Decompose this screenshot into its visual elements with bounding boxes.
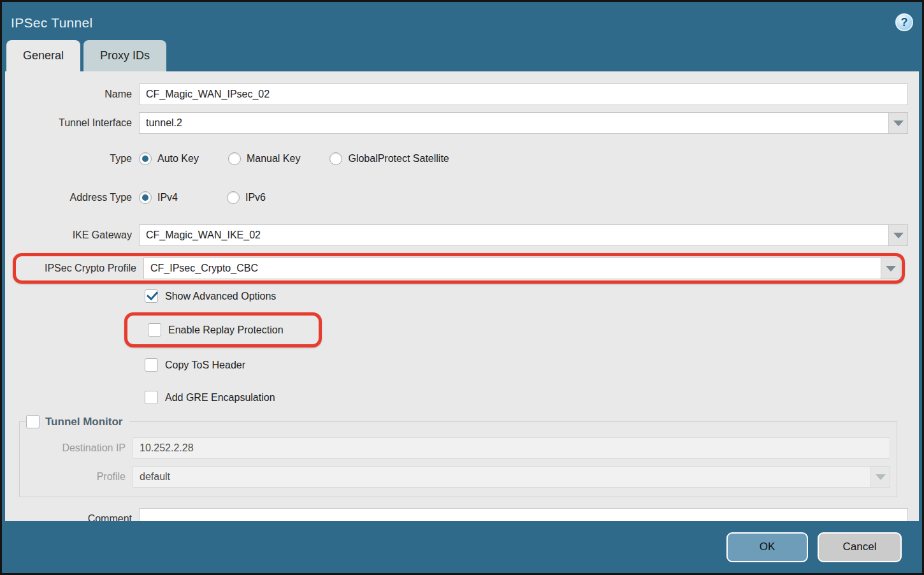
type-label: Type xyxy=(5,153,139,164)
red-highlight-annotation-crypto: IPSec Crypto Profile xyxy=(13,253,905,284)
tab-bar: General Proxy IDs xyxy=(2,40,922,71)
tunnel-interface-label: Tunnel Interface xyxy=(5,117,139,129)
copy-tos-header-checkbox-row[interactable]: Copy ToS Header xyxy=(145,356,908,374)
profile-input xyxy=(133,466,870,488)
radio-globalprotect-satellite[interactable]: GlobalProtect Satellite xyxy=(329,152,449,165)
tunnel-interface-input[interactable] xyxy=(139,112,888,134)
general-tab-panel: Name Tunnel Interface Type Auto Key xyxy=(5,71,919,521)
checkbox-icon[interactable] xyxy=(148,323,161,337)
ipsec-crypto-profile-input[interactable] xyxy=(143,258,881,279)
ipsec-crypto-profile-row: IPSec Crypto Profile xyxy=(17,258,900,279)
type-row: Type Auto Key Manual Key GlobalProtect S… xyxy=(5,145,908,173)
address-type-label: Address Type xyxy=(5,192,139,203)
tab-general[interactable]: General xyxy=(6,40,80,71)
radio-selected-icon xyxy=(139,152,152,165)
comment-label: Comment xyxy=(5,513,139,521)
chevron-down-icon xyxy=(893,233,904,238)
ipsec-tunnel-dialog: IPSec Tunnel ? General Proxy IDs Name Tu… xyxy=(0,0,924,575)
ok-button[interactable]: OK xyxy=(726,532,808,562)
add-gre-encapsulation-checkbox-row[interactable]: Add GRE Encapsulation xyxy=(145,389,908,406)
ike-gateway-input[interactable] xyxy=(139,224,888,246)
checkbox-checked-icon[interactable] xyxy=(145,289,158,303)
show-advanced-options-checkbox-row[interactable]: Show Advanced Options xyxy=(145,288,908,305)
radio-ipv4[interactable]: IPv4 xyxy=(139,191,198,204)
enable-replay-protection-checkbox-row[interactable]: Enable Replay Protection xyxy=(148,321,319,338)
dialog-title: IPSec Tunnel xyxy=(11,11,93,31)
tunnel-monitor-checkbox-icon[interactable] xyxy=(26,415,40,428)
radio-selected-icon xyxy=(139,191,152,204)
radio-manual-key[interactable]: Manual Key xyxy=(228,152,301,165)
checkbox-icon[interactable] xyxy=(145,358,158,372)
name-label: Name xyxy=(5,89,139,100)
comment-row: Comment xyxy=(5,508,908,521)
radio-icon xyxy=(329,152,342,165)
destination-ip-input xyxy=(133,437,890,459)
address-type-row: Address Type IPv4 IPv6 xyxy=(5,184,908,212)
ipsec-crypto-profile-label: IPSec Crypto Profile xyxy=(17,263,143,274)
tunnel-monitor-group: Tunnel Monitor Destination IP Profile xyxy=(19,415,897,497)
red-highlight-annotation-replay: Enable Replay Protection xyxy=(124,312,322,347)
name-input[interactable] xyxy=(139,84,908,105)
tunnel-monitor-label: Tunnel Monitor xyxy=(45,416,123,428)
ipsec-crypto-profile-dropdown-button[interactable] xyxy=(881,258,900,279)
radio-ipv6[interactable]: IPv6 xyxy=(227,191,266,204)
ike-gateway-dropdown-button[interactable] xyxy=(888,224,908,246)
tab-proxy-ids[interactable]: Proxy IDs xyxy=(83,40,166,71)
radio-icon xyxy=(227,191,240,204)
radio-icon xyxy=(228,152,241,165)
ike-gateway-label: IKE Gateway xyxy=(5,229,139,241)
chevron-down-icon xyxy=(893,120,904,126)
profile-row: Profile xyxy=(20,466,890,488)
profile-label: Profile xyxy=(20,471,133,483)
destination-ip-label: Destination IP xyxy=(20,442,133,454)
profile-dropdown-button xyxy=(870,466,890,488)
name-row: Name xyxy=(5,84,908,105)
destination-ip-row: Destination IP xyxy=(20,437,890,459)
checkbox-icon[interactable] xyxy=(145,391,158,404)
ike-gateway-row: IKE Gateway xyxy=(5,224,908,246)
dialog-footer: OK Cancel xyxy=(2,521,922,573)
radio-auto-key[interactable]: Auto Key xyxy=(139,152,199,165)
tunnel-interface-dropdown-button[interactable] xyxy=(888,112,908,134)
tunnel-interface-row: Tunnel Interface xyxy=(5,112,908,134)
help-icon[interactable]: ? xyxy=(895,13,913,31)
chevron-down-icon xyxy=(886,266,896,272)
comment-input[interactable] xyxy=(139,508,908,521)
cancel-button[interactable]: Cancel xyxy=(818,532,902,562)
titlebar: IPSec Tunnel ? xyxy=(2,2,922,40)
chevron-down-icon xyxy=(876,474,886,480)
tunnel-monitor-legend: Tunnel Monitor xyxy=(26,415,129,428)
